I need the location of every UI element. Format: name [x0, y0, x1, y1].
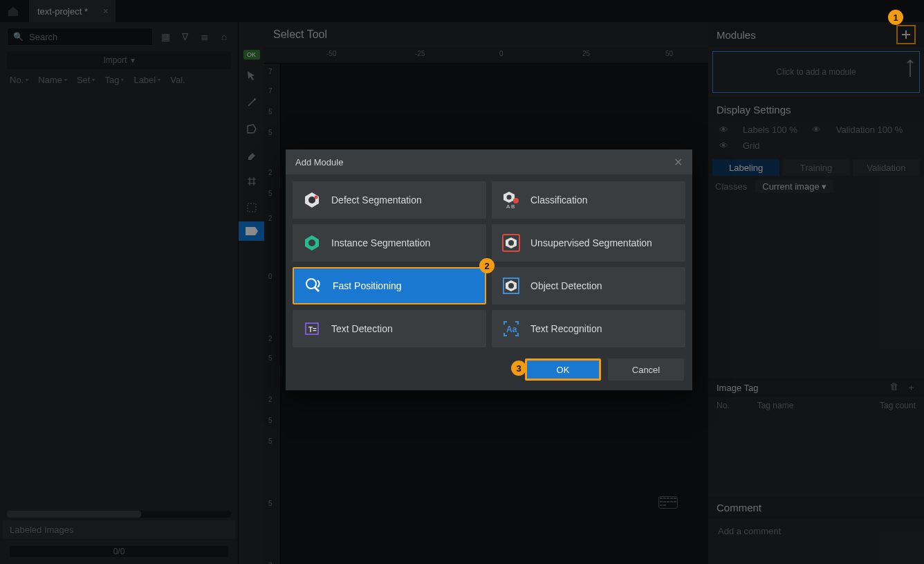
dialog-close-icon[interactable]: ✕ — [674, 156, 683, 169]
select-rect-tool-icon[interactable] — [242, 198, 261, 217]
search-icon: 🔍 — [13, 32, 24, 42]
keyboard-icon[interactable] — [658, 496, 678, 509]
text-detect-icon: T= — [302, 319, 322, 338]
callout-2: 2 — [479, 258, 495, 273]
grid-visibility[interactable]: Grid — [743, 140, 760, 151]
svg-point-6 — [513, 198, 519, 203]
image-filter-icon[interactable]: ▦ — [158, 29, 172, 44]
search-field[interactable] — [28, 31, 147, 43]
classes-scope-dropdown[interactable]: Current image ▾ — [755, 180, 833, 193]
svg-point-16 — [508, 283, 514, 289]
col-set[interactable]: Set▾ — [77, 75, 95, 85]
svg-point-3 — [315, 196, 318, 199]
delete-tag-icon[interactable]: 🗑 — [889, 381, 898, 394]
comment-input[interactable]: Add a comment — [708, 519, 924, 543]
module-classification[interactable]: A B Classification — [492, 181, 685, 219]
progress: 0/0 — [10, 546, 228, 557]
chevron-down-icon: ▾ — [131, 55, 135, 65]
svg-point-2 — [308, 197, 315, 203]
project-tab-label: text-project * — [37, 6, 88, 17]
tab-training[interactable]: Training — [782, 159, 849, 176]
add-module-dialog: Add Module ✕ Defect Segmentation A B Cla… — [286, 149, 692, 390]
eye-icon[interactable]: 👁 — [718, 125, 729, 135]
module-text-detection[interactable]: T= Text Detection — [293, 310, 486, 347]
search-input[interactable]: 🔍 — [7, 28, 153, 46]
module-instance-segmentation[interactable]: Instance Segmentation — [293, 224, 486, 262]
comment-header: Comment — [708, 496, 924, 519]
polygon-tool-icon[interactable] — [242, 119, 261, 138]
col-name[interactable]: Name▾ — [38, 75, 67, 85]
select-tool-bar: Select Tool — [239, 22, 708, 47]
svg-point-5 — [507, 195, 512, 200]
funnel-icon[interactable]: ∇ — [178, 29, 192, 44]
svg-point-9 — [308, 239, 315, 246]
col-label[interactable]: Label▾ — [133, 75, 160, 85]
close-icon[interactable]: × — [103, 6, 109, 17]
modules-header: Modules 1 — [708, 22, 924, 47]
wand-tool-icon[interactable] — [242, 93, 261, 112]
active-tool-indicator[interactable] — [239, 221, 264, 241]
import-button[interactable]: Import▾ — [7, 51, 231, 69]
tab-labeling[interactable]: Labeling — [712, 159, 779, 176]
ok-button[interactable]: OK — [525, 358, 601, 381]
module-unsupervised-segmentation[interactable]: Unsupervised Segmentation — [492, 224, 685, 262]
tag-col-count: Tag count — [880, 401, 916, 410]
tag-col-no: No. — [717, 401, 730, 410]
folder-icon[interactable]: ⌂ — [217, 29, 231, 44]
module-text-recognition[interactable]: Aa Text Recognition — [492, 310, 685, 347]
svg-text:Aa: Aa — [506, 325, 517, 334]
list-icon[interactable]: ≣ — [198, 29, 212, 44]
image-tag-header: Image Tag — [717, 383, 758, 393]
cancel-button[interactable]: Cancel — [608, 358, 684, 381]
validation-visibility[interactable]: Validation 100 % — [836, 125, 903, 135]
eye-icon[interactable]: 👁 — [811, 125, 822, 135]
svg-point-13 — [306, 279, 316, 289]
ruler-vertical: 775525202525557 — [264, 64, 281, 564]
callout-1: 1 — [888, 10, 903, 25]
col-no[interactable]: No.▾ — [10, 75, 28, 85]
text-recog-icon: Aa — [501, 319, 521, 338]
h-scrollbar[interactable] — [7, 511, 231, 518]
dialog-title: Add Module — [295, 157, 343, 167]
nut-red-icon — [501, 233, 521, 253]
pointer-tool-icon[interactable] — [242, 66, 261, 86]
module-object-detection[interactable]: Object Detection — [492, 267, 685, 304]
bbox-nut-icon — [501, 276, 521, 295]
tag-col-name: Tag name — [757, 401, 794, 410]
add-tag-icon[interactable]: ＋ — [907, 381, 916, 394]
module-defect-segmentation[interactable]: Defect Segmentation — [293, 181, 486, 219]
nut-icon — [302, 190, 322, 210]
labeled-images-label: Labeled Images — [3, 520, 235, 539]
svg-rect-0 — [248, 203, 256, 212]
ok-badge[interactable]: OK — [243, 50, 260, 60]
magnifier-icon — [304, 276, 323, 295]
eraser-tool-icon[interactable] — [242, 145, 261, 165]
labels-visibility[interactable]: Labels 100 % — [743, 125, 797, 135]
col-tag[interactable]: Tag▾ — [104, 75, 124, 85]
add-module-button[interactable] — [896, 25, 916, 44]
module-fast-positioning[interactable]: 2 Fast Positioning — [293, 267, 486, 304]
classes-label: Classes — [715, 181, 747, 192]
classification-icon: A B — [501, 190, 521, 210]
svg-text:T=: T= — [308, 326, 317, 334]
display-settings-header: Display Settings — [708, 97, 924, 122]
eye-icon[interactable]: 👁 — [718, 140, 729, 151]
ruler-horizontal: -50-2502550 — [264, 47, 708, 64]
callout-3: 3 — [511, 361, 526, 376]
project-tab[interactable]: text-project * × — [29, 0, 115, 22]
module-drop-zone[interactable]: Click to add a module — [712, 51, 920, 93]
svg-point-12 — [508, 240, 514, 246]
grid-tool-icon[interactable] — [242, 172, 261, 191]
tab-validation[interactable]: Validation — [853, 159, 920, 176]
home-icon[interactable] — [7, 5, 19, 17]
svg-text:A  B: A B — [506, 203, 515, 210]
col-val[interactable]: Val. — [170, 75, 185, 85]
hexagon-icon — [302, 233, 322, 253]
